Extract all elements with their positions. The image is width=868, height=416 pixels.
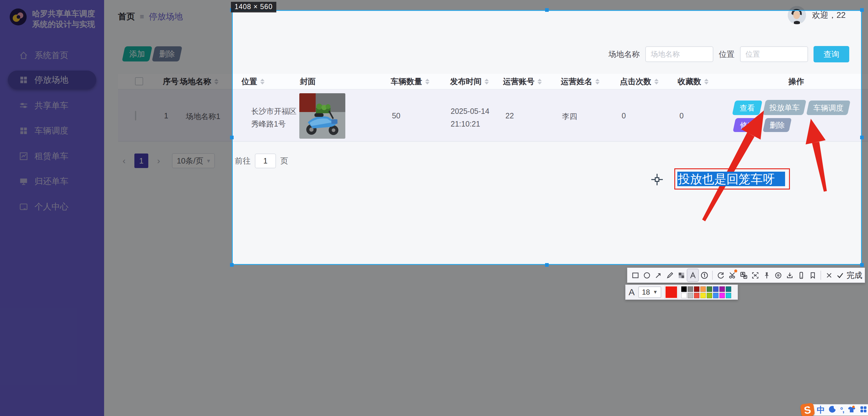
cell-account: 22 [505,112,514,120]
phone-icon[interactable] [796,269,807,281]
palette-color-swatch[interactable] [694,293,700,298]
palette-color-swatch[interactable] [700,287,706,292]
sort-icon[interactable] [260,79,265,85]
dim-overlay-top [0,0,868,10]
font-icon: A [629,287,634,297]
palette-color-swatch[interactable] [681,293,687,298]
selection-handle[interactable] [860,263,864,267]
toolbar-divider [712,271,713,280]
ocr-icon[interactable] [750,269,761,281]
ime-punctuation-toggle[interactable]: °, [840,406,844,414]
cell-quantity: 50 [392,112,400,120]
palette-color-swatch[interactable] [726,293,731,298]
font-size-select[interactable]: 18 ▼ [638,287,661,298]
sort-icon[interactable] [425,79,430,85]
ime-language-toggle[interactable]: 中 [817,405,825,415]
header-operator[interactable]: 运营姓名 [561,76,599,87]
sogou-logo[interactable]: S [800,403,815,416]
selection-handle[interactable] [860,136,864,139]
undo-icon[interactable] [715,269,726,281]
name-filter-label: 场地名称 [608,49,640,60]
sort-icon[interactable] [595,79,599,85]
palette-color-swatch[interactable] [700,293,706,298]
edit-button[interactable]: 修改 [733,118,763,132]
palette-color-swatch[interactable] [707,287,712,292]
cover-image[interactable] [299,93,345,139]
selection-handle[interactable] [860,8,864,12]
sort-icon[interactable] [704,79,709,85]
sort-icon[interactable] [654,79,658,85]
number-step-tool-icon[interactable] [699,269,710,281]
current-color-swatch[interactable] [665,286,678,299]
goto-page-input[interactable] [255,153,276,168]
palette-color-swatch[interactable] [726,287,731,292]
capture-toolbar: 完成 [627,268,865,283]
deploy-bike-button[interactable]: 投放单车 [763,100,807,115]
palette-color-swatch[interactable] [707,293,712,298]
view-button[interactable]: 查看 [732,100,763,115]
header-actions: 操作 [788,76,804,87]
annotation-highlight: 投放也是回笼车呀 [677,172,785,186]
skin-shirt-icon[interactable] [847,406,856,415]
record-icon[interactable] [773,269,783,281]
cell-favorites: 0 [679,112,684,120]
cell-clicks: 0 [622,112,626,120]
pencil-tool-icon[interactable] [664,269,675,281]
welcome-text: 欢迎，22 [812,10,846,21]
pin-icon[interactable] [761,269,772,281]
chevron-down-icon: ▼ [653,290,658,295]
download-icon[interactable] [784,269,795,281]
header-clicks[interactable]: 点击次数 [620,76,658,87]
dim-overlay-left [0,10,232,265]
search-button[interactable]: 查询 [813,46,849,62]
header-publish-time[interactable]: 发布时间 [450,76,489,87]
cell-publish-time: 2025-05-14 21:10:21 [451,105,502,130]
palette-color-swatch[interactable] [688,293,693,298]
selection-handle[interactable] [545,263,549,267]
header-cover: 封面 [300,76,316,87]
text-tool-icon[interactable] [687,269,698,281]
selection-size-badge: 1408 × 560 [231,2,276,12]
mosaic-tool-icon[interactable] [676,269,687,281]
screen-clip-icon[interactable] [727,269,738,281]
ellipse-tool-icon[interactable] [641,269,652,281]
rectangle-tool-icon[interactable] [630,269,641,281]
cell-operator: 李四 [562,112,577,121]
palette-color-swatch[interactable] [719,293,725,298]
translate-icon[interactable] [738,269,749,281]
crosshair-icon [651,173,663,186]
location-filter-label: 位置 [719,49,735,60]
header-quantity[interactable]: 车辆数量 [391,76,430,87]
vehicle-dispatch-button[interactable]: 车辆调度 [806,100,850,115]
palette-color-swatch[interactable] [681,287,687,292]
name-filter-input[interactable] [645,46,713,62]
goto-suffix: 页 [280,156,288,166]
selection-handle[interactable] [230,263,234,267]
moon-icon[interactable] [829,406,837,415]
bookmark-icon[interactable] [807,269,818,281]
annotation-textbox[interactable]: 投放也是回笼车呀 [674,168,790,189]
header-account[interactable]: 运营账号 [503,76,542,87]
ime-menu-grid-icon[interactable] [860,406,867,415]
header-favorites[interactable]: 收藏数 [678,76,709,87]
sort-icon[interactable] [485,79,489,85]
done-button[interactable]: 完成 [836,270,862,281]
selection-handle[interactable] [545,8,549,12]
text-style-toolbar: A 18 ▼ [625,285,738,300]
arrow-tool-icon[interactable] [653,269,664,281]
palette-color-swatch[interactable] [688,287,693,292]
location-filter-input[interactable] [740,46,808,62]
row-delete-button[interactable]: 删除 [763,118,792,132]
color-palette [681,287,731,298]
close-icon[interactable] [824,269,834,281]
palette-color-swatch[interactable] [713,287,718,292]
palette-color-swatch[interactable] [694,287,700,292]
palette-color-swatch[interactable] [713,293,718,298]
sort-icon[interactable] [537,79,542,85]
goto-label: 前往 [235,156,251,166]
toolbar-divider [820,271,821,280]
selection-handle[interactable] [230,136,234,139]
header-location[interactable]: 位置 [242,76,265,87]
annotation-text: 投放也是回笼车呀 [677,171,775,187]
palette-color-swatch[interactable] [719,287,725,292]
